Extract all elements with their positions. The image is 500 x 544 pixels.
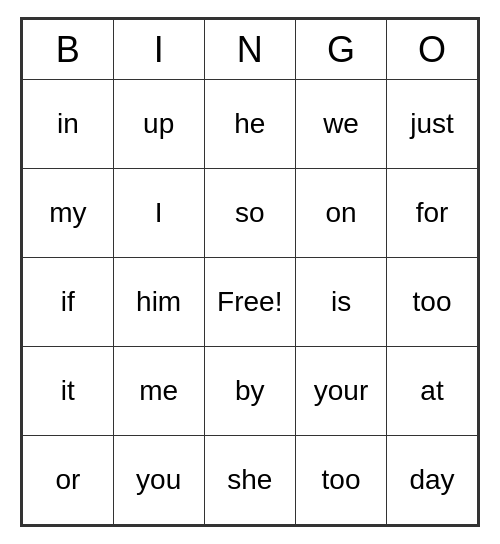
cell-0-2: he bbox=[204, 80, 295, 169]
header-i: I bbox=[113, 20, 204, 80]
header-g: G bbox=[295, 20, 386, 80]
cell-1-1: I bbox=[113, 169, 204, 258]
cell-3-0: it bbox=[23, 347, 114, 436]
cell-2-2: Free! bbox=[204, 258, 295, 347]
header-row: B I N G O bbox=[23, 20, 478, 80]
cell-3-2: by bbox=[204, 347, 295, 436]
cell-2-3: is bbox=[295, 258, 386, 347]
cell-4-4: day bbox=[387, 436, 478, 525]
table-row: it me by your at bbox=[23, 347, 478, 436]
cell-4-3: too bbox=[295, 436, 386, 525]
cell-1-3: on bbox=[295, 169, 386, 258]
header-b: B bbox=[23, 20, 114, 80]
cell-0-3: we bbox=[295, 80, 386, 169]
cell-1-4: for bbox=[387, 169, 478, 258]
header-o: O bbox=[387, 20, 478, 80]
cell-0-1: up bbox=[113, 80, 204, 169]
cell-3-3: your bbox=[295, 347, 386, 436]
bingo-card: B I N G O in up he we just my I so on fo… bbox=[20, 17, 480, 527]
cell-2-0: if bbox=[23, 258, 114, 347]
table-row: or you she too day bbox=[23, 436, 478, 525]
table-row: my I so on for bbox=[23, 169, 478, 258]
cell-3-4: at bbox=[387, 347, 478, 436]
table-row: if him Free! is too bbox=[23, 258, 478, 347]
cell-2-4: too bbox=[387, 258, 478, 347]
cell-4-1: you bbox=[113, 436, 204, 525]
cell-0-4: just bbox=[387, 80, 478, 169]
cell-0-0: in bbox=[23, 80, 114, 169]
cell-4-0: or bbox=[23, 436, 114, 525]
cell-1-2: so bbox=[204, 169, 295, 258]
cell-4-2: she bbox=[204, 436, 295, 525]
header-n: N bbox=[204, 20, 295, 80]
table-row: in up he we just bbox=[23, 80, 478, 169]
cell-2-1: him bbox=[113, 258, 204, 347]
cell-1-0: my bbox=[23, 169, 114, 258]
cell-3-1: me bbox=[113, 347, 204, 436]
bingo-table: B I N G O in up he we just my I so on fo… bbox=[22, 19, 478, 525]
